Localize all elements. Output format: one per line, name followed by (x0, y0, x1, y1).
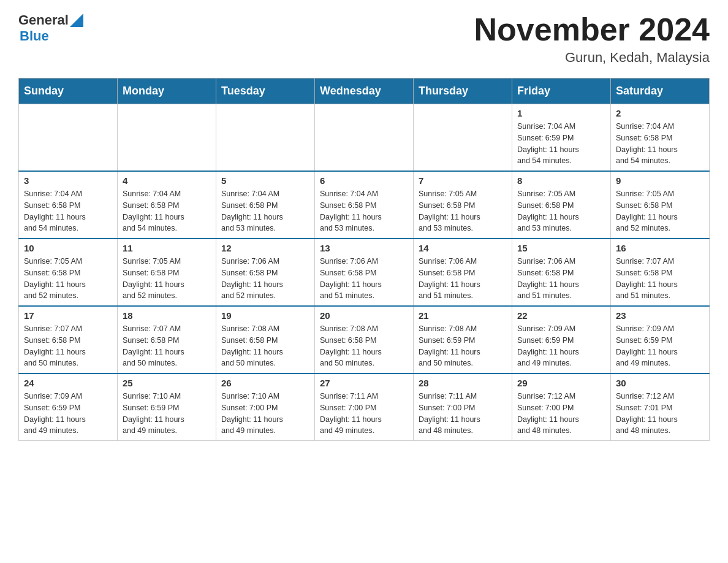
day-number: 9 (616, 175, 704, 186)
day-info: Sunrise: 7:07 AMSunset: 6:58 PMDaylight:… (616, 256, 704, 302)
calendar-cell: 28Sunrise: 7:11 AMSunset: 7:00 PMDayligh… (414, 373, 512, 441)
weekday-header-monday: Monday (118, 79, 216, 104)
day-number: 24 (24, 378, 112, 388)
calendar-cell (19, 104, 118, 172)
day-number: 27 (320, 378, 408, 388)
day-info: Sunrise: 7:05 AMSunset: 6:58 PMDaylight:… (517, 188, 605, 234)
day-info: Sunrise: 7:04 AMSunset: 6:58 PMDaylight:… (24, 188, 112, 234)
day-info: Sunrise: 7:06 AMSunset: 6:58 PMDaylight:… (419, 256, 507, 302)
day-number: 5 (221, 175, 309, 186)
calendar-week-row: 17Sunrise: 7:07 AMSunset: 6:58 PMDayligh… (19, 306, 710, 373)
calendar-table: SundayMondayTuesdayWednesdayThursdayFrid… (18, 78, 710, 441)
day-number: 28 (419, 378, 507, 388)
day-number: 25 (123, 378, 211, 388)
calendar-week-row: 24Sunrise: 7:09 AMSunset: 6:59 PMDayligh… (19, 373, 710, 441)
day-info: Sunrise: 7:05 AMSunset: 6:58 PMDaylight:… (419, 188, 507, 234)
calendar-cell: 19Sunrise: 7:08 AMSunset: 6:58 PMDayligh… (216, 306, 315, 373)
day-info: Sunrise: 7:09 AMSunset: 6:59 PMDaylight:… (517, 323, 605, 369)
day-number: 1 (517, 108, 605, 118)
calendar-cell: 21Sunrise: 7:08 AMSunset: 6:59 PMDayligh… (414, 306, 512, 373)
day-info: Sunrise: 7:11 AMSunset: 7:00 PMDaylight:… (320, 391, 408, 437)
day-info: Sunrise: 7:06 AMSunset: 6:58 PMDaylight:… (320, 256, 408, 302)
day-number: 14 (419, 243, 507, 253)
day-number: 21 (419, 310, 507, 321)
weekday-header-tuesday: Tuesday (216, 79, 315, 104)
calendar-cell: 10Sunrise: 7:05 AMSunset: 6:58 PMDayligh… (19, 239, 118, 306)
calendar-cell (315, 104, 414, 172)
day-number: 4 (123, 175, 211, 186)
calendar-cell: 29Sunrise: 7:12 AMSunset: 7:00 PMDayligh… (512, 373, 611, 441)
title-section: November 2024 Gurun, Kedah, Malaysia (474, 12, 710, 66)
day-number: 7 (419, 175, 507, 186)
day-info: Sunrise: 7:04 AMSunset: 6:58 PMDaylight:… (320, 188, 408, 234)
logo-icon (70, 13, 83, 27)
day-number: 3 (24, 175, 112, 186)
calendar-cell: 18Sunrise: 7:07 AMSunset: 6:58 PMDayligh… (118, 306, 216, 373)
day-info: Sunrise: 7:09 AMSunset: 6:59 PMDaylight:… (616, 323, 704, 369)
calendar-cell: 22Sunrise: 7:09 AMSunset: 6:59 PMDayligh… (512, 306, 611, 373)
calendar-cell: 30Sunrise: 7:12 AMSunset: 7:01 PMDayligh… (611, 373, 710, 441)
calendar-cell: 11Sunrise: 7:05 AMSunset: 6:58 PMDayligh… (118, 239, 216, 306)
calendar-cell: 15Sunrise: 7:06 AMSunset: 6:58 PMDayligh… (512, 239, 611, 306)
day-number: 16 (616, 243, 704, 253)
calendar-cell: 16Sunrise: 7:07 AMSunset: 6:58 PMDayligh… (611, 239, 710, 306)
svg-marker-0 (70, 13, 83, 27)
day-number: 20 (320, 310, 408, 321)
calendar-cell: 14Sunrise: 7:06 AMSunset: 6:58 PMDayligh… (414, 239, 512, 306)
day-info: Sunrise: 7:12 AMSunset: 7:00 PMDaylight:… (517, 391, 605, 437)
calendar-cell: 4Sunrise: 7:04 AMSunset: 6:58 PMDaylight… (118, 171, 216, 239)
calendar-cell: 13Sunrise: 7:06 AMSunset: 6:58 PMDayligh… (315, 239, 414, 306)
calendar-week-row: 1Sunrise: 7:04 AMSunset: 6:59 PMDaylight… (19, 104, 710, 172)
day-number: 12 (221, 243, 309, 253)
day-info: Sunrise: 7:04 AMSunset: 6:58 PMDaylight:… (123, 188, 211, 234)
calendar-week-row: 3Sunrise: 7:04 AMSunset: 6:58 PMDaylight… (19, 171, 710, 239)
day-info: Sunrise: 7:11 AMSunset: 7:00 PMDaylight:… (419, 391, 507, 437)
logo-blue-text: Blue (20, 28, 49, 44)
weekday-header-saturday: Saturday (611, 79, 710, 104)
day-number: 23 (616, 310, 704, 321)
calendar-week-row: 10Sunrise: 7:05 AMSunset: 6:58 PMDayligh… (19, 239, 710, 306)
day-info: Sunrise: 7:08 AMSunset: 6:58 PMDaylight:… (221, 323, 309, 369)
day-info: Sunrise: 7:06 AMSunset: 6:58 PMDaylight:… (517, 256, 605, 302)
day-info: Sunrise: 7:04 AMSunset: 6:59 PMDaylight:… (517, 121, 605, 167)
day-info: Sunrise: 7:04 AMSunset: 6:58 PMDaylight:… (616, 121, 704, 167)
calendar-cell: 24Sunrise: 7:09 AMSunset: 6:59 PMDayligh… (19, 373, 118, 441)
calendar-cell: 2Sunrise: 7:04 AMSunset: 6:58 PMDaylight… (611, 104, 710, 172)
weekday-header-wednesday: Wednesday (315, 79, 414, 104)
day-info: Sunrise: 7:05 AMSunset: 6:58 PMDaylight:… (24, 256, 112, 302)
day-info: Sunrise: 7:05 AMSunset: 6:58 PMDaylight:… (123, 256, 211, 302)
calendar-cell: 27Sunrise: 7:11 AMSunset: 7:00 PMDayligh… (315, 373, 414, 441)
day-info: Sunrise: 7:05 AMSunset: 6:58 PMDaylight:… (616, 188, 704, 234)
day-info: Sunrise: 7:10 AMSunset: 6:59 PMDaylight:… (123, 391, 211, 437)
day-number: 22 (517, 310, 605, 321)
logo: General Blue (18, 12, 83, 44)
weekday-header-thursday: Thursday (414, 79, 512, 104)
calendar-cell: 17Sunrise: 7:07 AMSunset: 6:58 PMDayligh… (19, 306, 118, 373)
day-info: Sunrise: 7:09 AMSunset: 6:59 PMDaylight:… (24, 391, 112, 437)
calendar-cell: 7Sunrise: 7:05 AMSunset: 6:58 PMDaylight… (414, 171, 512, 239)
day-number: 8 (517, 175, 605, 186)
calendar-cell: 9Sunrise: 7:05 AMSunset: 6:58 PMDaylight… (611, 171, 710, 239)
calendar-cell: 5Sunrise: 7:04 AMSunset: 6:58 PMDaylight… (216, 171, 315, 239)
calendar-cell: 8Sunrise: 7:05 AMSunset: 6:58 PMDaylight… (512, 171, 611, 239)
calendar-cell: 26Sunrise: 7:10 AMSunset: 7:00 PMDayligh… (216, 373, 315, 441)
day-info: Sunrise: 7:10 AMSunset: 7:00 PMDaylight:… (221, 391, 309, 437)
day-number: 29 (517, 378, 605, 388)
weekday-header-friday: Friday (512, 79, 611, 104)
day-number: 6 (320, 175, 408, 186)
day-number: 13 (320, 243, 408, 253)
day-info: Sunrise: 7:08 AMSunset: 6:58 PMDaylight:… (320, 323, 408, 369)
page-header: General Blue November 2024 Gurun, Kedah,… (18, 12, 710, 66)
day-info: Sunrise: 7:06 AMSunset: 6:58 PMDaylight:… (221, 256, 309, 302)
weekday-header-row: SundayMondayTuesdayWednesdayThursdayFrid… (19, 79, 710, 104)
day-number: 11 (123, 243, 211, 253)
calendar-cell (414, 104, 512, 172)
day-info: Sunrise: 7:07 AMSunset: 6:58 PMDaylight:… (24, 323, 112, 369)
day-number: 15 (517, 243, 605, 253)
day-number: 30 (616, 378, 704, 388)
weekday-header-sunday: Sunday (19, 79, 118, 104)
calendar-cell (216, 104, 315, 172)
calendar-cell: 6Sunrise: 7:04 AMSunset: 6:58 PMDaylight… (315, 171, 414, 239)
day-number: 10 (24, 243, 112, 253)
calendar-cell: 25Sunrise: 7:10 AMSunset: 6:59 PMDayligh… (118, 373, 216, 441)
